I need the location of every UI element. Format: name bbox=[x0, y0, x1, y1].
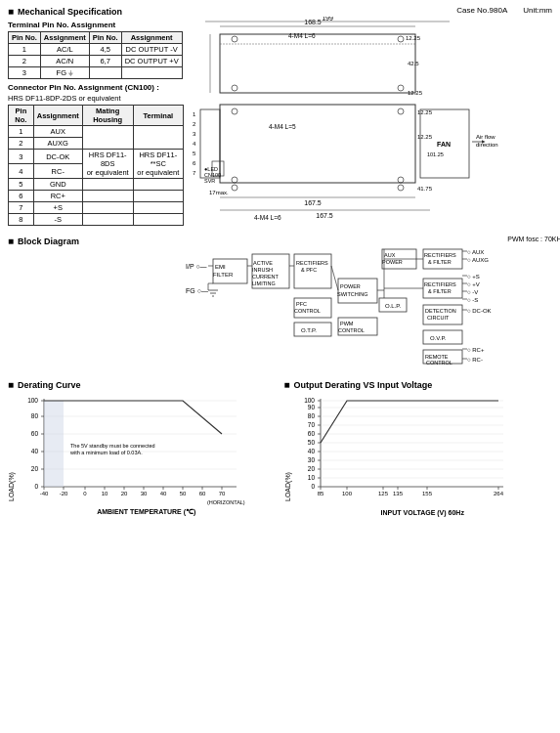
svg-point-25 bbox=[398, 108, 404, 114]
svg-text:70: 70 bbox=[307, 421, 315, 428]
connector-label: Connector Pin No. Assignment (CN100) : bbox=[8, 83, 184, 92]
table-row: 3FG ⏚ bbox=[9, 67, 183, 79]
svg-text:60: 60 bbox=[307, 430, 315, 437]
page: Mechanical Specification Terminal Pin No… bbox=[0, 0, 560, 733]
svg-text:CONTROL: CONTROL bbox=[294, 308, 321, 314]
svg-text:4-M4 L=6: 4-M4 L=6 bbox=[288, 32, 316, 39]
svg-text:20: 20 bbox=[121, 491, 128, 496]
case-info: Case No.980A Unit:mm bbox=[184, 6, 552, 15]
svg-text:○ AUXG: ○ AUXG bbox=[467, 257, 489, 263]
svg-text:40: 40 bbox=[307, 448, 315, 454]
derating-chart-svg: 0 20 40 60 80 100 bbox=[17, 394, 251, 506]
derating-curve-title: Derating Curve bbox=[8, 379, 277, 390]
svg-text:1: 1 bbox=[193, 111, 196, 117]
svg-text:I/P ○—: I/P ○— bbox=[186, 263, 207, 270]
mech-right: Case No.980A Unit:mm 168.5 199 bbox=[184, 6, 552, 230]
svg-text:5: 5 bbox=[193, 151, 196, 156]
table-row: 8-S bbox=[9, 214, 184, 226]
svg-text:○ -V: ○ -V bbox=[467, 289, 478, 295]
svg-point-9 bbox=[232, 85, 237, 91]
table-row: 7+S bbox=[9, 202, 184, 214]
svg-text:30: 30 bbox=[141, 491, 148, 496]
svg-text:O.L.P.: O.L.P. bbox=[385, 303, 402, 309]
svg-text:○ AUX: ○ AUX bbox=[467, 249, 484, 255]
svg-text:0: 0 bbox=[34, 483, 38, 490]
svg-text:LIMITING: LIMITING bbox=[252, 280, 276, 286]
svg-text:○ DC-OK: ○ DC-OK bbox=[467, 308, 492, 314]
pwm-label: PWM fosc : 70KHz bbox=[184, 236, 560, 242]
mechanical-section: Mechanical Specification Terminal Pin No… bbox=[8, 6, 552, 230]
svg-text:125: 125 bbox=[377, 491, 388, 496]
svg-text:3: 3 bbox=[193, 131, 196, 137]
svg-text:17max.: 17max. bbox=[209, 190, 229, 195]
svg-text:7: 7 bbox=[193, 170, 196, 176]
svg-text:0: 0 bbox=[311, 483, 315, 490]
svg-text:RECTIFIERS: RECTIFIERS bbox=[424, 281, 456, 287]
svg-text:50: 50 bbox=[307, 439, 315, 446]
svg-line-79 bbox=[331, 266, 338, 290]
table-row: 5GND bbox=[9, 179, 184, 191]
svg-rect-0 bbox=[220, 34, 415, 93]
svg-text:50: 50 bbox=[180, 491, 187, 496]
svg-text:80: 80 bbox=[307, 412, 315, 419]
svg-text:RECTIFIERS: RECTIFIERS bbox=[424, 252, 456, 258]
svg-text:Air flow: Air flow bbox=[476, 134, 495, 140]
derating-x-label: AMBIENT TEMPERATURE (℃) bbox=[17, 508, 277, 516]
svg-text:41.75: 41.75 bbox=[417, 186, 433, 192]
svg-text:EMI: EMI bbox=[215, 264, 226, 270]
terminal-table-label: Terminal Pin No. Assignment bbox=[8, 21, 184, 29]
svg-text:100: 100 bbox=[304, 397, 315, 404]
svg-text:42.5: 42.5 bbox=[408, 61, 419, 66]
svg-text:40: 40 bbox=[160, 491, 167, 496]
svg-text:○ RC-: ○ RC- bbox=[467, 357, 483, 363]
svg-text:SWITCHING: SWITCHING bbox=[337, 291, 367, 297]
connector-sublabel: HRS DF11-8DP-2DS or equivalent bbox=[8, 94, 184, 103]
svg-text:100: 100 bbox=[27, 397, 38, 404]
svg-point-46 bbox=[398, 185, 404, 191]
derating-section: Derating Curve LOAD(%) 0 20 40 60 bbox=[8, 379, 552, 516]
svg-text:135: 135 bbox=[392, 491, 403, 496]
derating-y-label: LOAD(%) bbox=[8, 394, 15, 501]
mechanical-title: Mechanical Specification bbox=[8, 6, 184, 17]
svg-text:80: 80 bbox=[31, 412, 39, 419]
svg-text:12.25: 12.25 bbox=[417, 109, 433, 115]
block-diagram-area: PWM fosc : 70KHz I/P ○— FG ○— EMI FILTER… bbox=[184, 236, 560, 373]
output-chart-container: 0 10 20 30 40 50 60 70 80 90 100 bbox=[293, 394, 553, 516]
table-row: 1AC/L4,5DC OUTPUT -V bbox=[9, 44, 183, 56]
svg-text:0: 0 bbox=[83, 491, 87, 496]
mechanical-drawing: 168.5 199 4-M4 L=6 12.25 12.25 42.5 bbox=[191, 17, 552, 222]
svg-text:20: 20 bbox=[31, 465, 39, 472]
svg-text:FILTER: FILTER bbox=[213, 272, 234, 278]
svg-text:70: 70 bbox=[219, 491, 226, 496]
derating-chart-container: 0 20 40 60 80 100 bbox=[17, 394, 277, 516]
svg-text:12.25: 12.25 bbox=[406, 35, 421, 41]
svg-text:FG ○—: FG ○— bbox=[186, 287, 208, 294]
svg-point-27 bbox=[398, 177, 404, 183]
svg-text:& FILTER: & FILTER bbox=[428, 288, 452, 294]
table-row: 3DC-OKHRS DF11-8DSor equivalentHRS DF11-… bbox=[9, 150, 184, 164]
derating-right: Output Derating VS Input Voltage LOAD(%)… bbox=[284, 379, 553, 516]
svg-point-8 bbox=[398, 36, 404, 42]
svg-text:168.5: 168.5 bbox=[304, 19, 322, 25]
svg-text:12.25: 12.25 bbox=[417, 134, 433, 140]
svg-text:direction: direction bbox=[476, 142, 498, 148]
svg-point-26 bbox=[232, 177, 237, 183]
svg-text:DETECTION: DETECTION bbox=[425, 308, 456, 314]
svg-point-10 bbox=[398, 85, 404, 91]
output-chart-wrap: LOAD(%) 0 10 20 30 40 50 60 bbox=[284, 394, 553, 516]
svg-text:6: 6 bbox=[193, 160, 196, 166]
svg-text:CIRCUIT: CIRCUIT bbox=[427, 315, 450, 321]
svg-text:101.25: 101.25 bbox=[427, 151, 444, 157]
block-diagram-title: Block Diagram bbox=[8, 236, 184, 246]
svg-text:2: 2 bbox=[193, 121, 196, 127]
svg-text:167.5: 167.5 bbox=[316, 212, 333, 219]
svg-text:CONTROL: CONTROL bbox=[426, 360, 452, 366]
block-title-area: Block Diagram bbox=[8, 236, 184, 373]
svg-text:-40: -40 bbox=[40, 491, 49, 496]
svg-rect-15 bbox=[220, 105, 415, 183]
svg-text:CURRENT: CURRENT bbox=[252, 274, 280, 280]
svg-text:○ RC+: ○ RC+ bbox=[467, 347, 485, 353]
table-row: 6RC+ bbox=[9, 191, 184, 202]
svg-text:10: 10 bbox=[307, 474, 315, 481]
svg-text:○ -S: ○ -S bbox=[467, 297, 478, 303]
